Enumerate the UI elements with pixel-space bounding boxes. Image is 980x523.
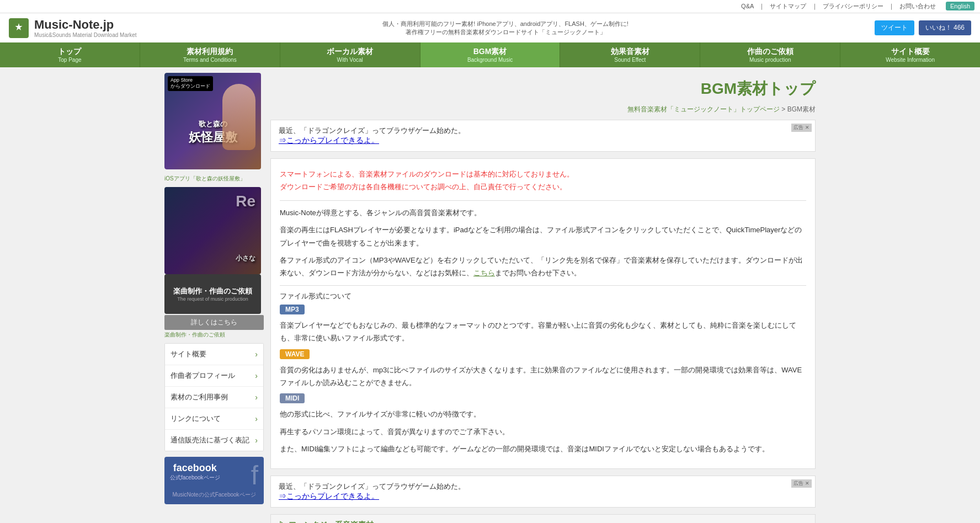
music-prod-banner: 楽曲制作・作曲のご依頼 The request of music product… — [164, 274, 261, 314]
app-banner-image-2: Re 小さな — [164, 187, 261, 274]
wave-description: 音質の劣化はありませんが、mp3に比べファイルのサイズが大きくなります。主に効果… — [280, 364, 806, 389]
music-prod-link[interactable]: 楽曲制作・作曲のご依頼 — [164, 331, 264, 339]
body-p1: Music-Noteが得意とする、各ジャンルの高音質音楽素材です。 — [280, 206, 806, 219]
arrow-icon-4: › — [255, 436, 258, 445]
app-banner-image-1: App Storeからダウンロード 歌と森の 妖怪屋敷 — [164, 73, 261, 169]
arrow-icon-1: › — [255, 371, 258, 380]
appstore-badge: App Storeからダウンロード — [168, 76, 213, 91]
ad-text-2: 最近、「ドラゴンクレイズ」ってブラウザゲーム始めた。 — [279, 482, 807, 492]
nav-compose[interactable]: 作曲のご依頼 Music production — [700, 42, 840, 67]
site-title: Music-Note.jp — [34, 18, 137, 32]
header: Music-Note.jp Music&Sounds Material Down… — [0, 13, 980, 42]
header-tagline: 個人・商用利用可能のフリー素材! iPhoneアプリ、androidアプリ、FL… — [382, 20, 629, 36]
mp3-badge: MP3 — [280, 305, 305, 314]
logo-icon — [9, 18, 29, 38]
midi-description-1: 他の形式に比べ、ファイルサイズが非常に軽いのが特徴です。 — [280, 408, 806, 420]
warning-text: スマートフォンによる、音楽素材ファイルのダウンロードは基本的に対応しておりません… — [280, 168, 806, 194]
facebook-page-link[interactable]: MusicNoteの公式Facebookページ — [170, 491, 258, 499]
ad-link-1[interactable]: ⇒こっからプレイできるよ。 — [279, 136, 807, 146]
details-button[interactable]: 詳しくはこちら — [164, 315, 264, 330]
contact-link[interactable]: お問い合わせ — [899, 3, 936, 9]
site-subtitle: Music&Sounds Material Download Market — [34, 32, 137, 38]
sidebar-item-usage-examples[interactable]: 素材のご利用事例 › — [165, 387, 263, 408]
breadcrumb-home-link[interactable]: 無料音楽素材「ミュージックノート」トップページ — [627, 105, 780, 113]
mp3-description: 音楽プレイヤーなどでもおなじみの、最も標準的なフォーマットのひとつです。容量が軽… — [280, 319, 806, 345]
top-bar: Q&A ｜ サイトマップ ｜ プライバシーポリシー ｜ お問い合わせ Engli… — [0, 0, 980, 13]
arrow-icon-0: › — [255, 350, 258, 359]
midi-badge: MIDI — [280, 393, 305, 403]
sidebar-item-links[interactable]: リンクについて › — [165, 408, 263, 430]
nav-top[interactable]: トップ Top Page — [0, 42, 140, 67]
ad-text-1: 最近、「ドラゴンクレイズ」ってブラウザゲーム始めた。 — [279, 126, 807, 136]
ad-link-2[interactable]: ⇒こっからプレイできるよ。 — [279, 492, 807, 501]
qa-link[interactable]: Q&A — [741, 3, 754, 9]
nav: トップ Top Page 素材利用規約 Terms and Conditions… — [0, 42, 980, 67]
header-buttons: ツイート いいね！ 466 — [875, 20, 971, 35]
midi-description-3: また、MIDI編集ソフトによって編曲なども可能です。ゲームなどの一部の開発環境で… — [280, 442, 806, 455]
facebook-box: facebook 公式facebookページ f MusicNoteの公式Fac… — [164, 457, 264, 504]
main-content: BGM素材トップ 無料音楽素材「ミュージックノート」トップページ > BGM素材… — [270, 73, 816, 523]
ad-box-2: 広告 ✕ 最近、「ドラゴンクレイズ」ってブラウザゲーム始めた。 ⇒こっからプレイ… — [270, 476, 816, 508]
body-p2: 音楽の再生にはFLASHプレイヤーが必要となります。iPadなどをご利用の場合は… — [280, 223, 806, 249]
tweet-button[interactable]: ツイート — [875, 20, 914, 35]
facebook-subtitle: 公式facebookページ — [170, 474, 220, 482]
sidebar-item-commerce-law[interactable]: 通信販売法に基づく表記 › — [165, 430, 263, 451]
nav-vocal[interactable]: ボーカル素材 With Vocal — [280, 42, 420, 67]
page-title: BGM素材トップ — [270, 73, 816, 105]
breadcrumb: 無料音楽素材「ミュージックノート」トップページ > BGM素材 — [270, 105, 816, 114]
wave-badge: WAVE — [280, 349, 310, 359]
facebook-title: facebook — [170, 462, 220, 474]
sidebar-item-site-overview[interactable]: サイト概要 › — [165, 344, 263, 365]
facebook-f-icon: f — [251, 462, 258, 489]
content-box: スマートフォンによる、音楽素材ファイルのダウンロードは基本的に対応しておりません… — [270, 158, 816, 469]
arrow-icon-2: › — [255, 393, 258, 402]
sidebar-item-composer-profile[interactable]: 作曲者プロフィール › — [165, 365, 263, 387]
english-button[interactable]: English — [946, 2, 974, 10]
app-banner-1[interactable]: App Storeからダウンロード 歌と森の 妖怪屋敷 — [164, 73, 264, 169]
midi-description-2: 再生するパソコン環境によって、音質が異なりますのでご了承下さい。 — [280, 425, 806, 438]
nav-terms[interactable]: 素材利用規約 Terms and Conditions — [140, 42, 280, 67]
arrow-icon-3: › — [255, 414, 258, 423]
body-p3: 各ファイル形式のアイコン（MP3やWAVEなど）を右クリックしていただいて、「リ… — [280, 254, 806, 280]
file-format-title: ファイル形式について — [280, 291, 806, 301]
fantasy-section: ファンタジー系音楽素材 — [270, 514, 816, 523]
sitemap-link[interactable]: サイトマップ — [770, 3, 806, 9]
content-area: App Storeからダウンロード 歌と森の 妖怪屋敷 iOSアプリ「歌と森の妖… — [159, 67, 821, 523]
like-button[interactable]: いいね！ 466 — [919, 20, 971, 35]
sidebar: App Storeからダウンロード 歌と森の 妖怪屋敷 iOSアプリ「歌と森の妖… — [164, 73, 264, 523]
sidebar-menu: サイト概要 › 作曲者プロフィール › 素材のご利用事例 › リンクについて ›… — [164, 343, 264, 451]
ios-app-link[interactable]: iOSアプリ「歌と森の妖怪屋敷」 — [164, 175, 264, 183]
nav-about[interactable]: サイト概要 Website Information — [840, 42, 980, 67]
divider-1 — [280, 200, 806, 201]
contact-link-inline[interactable]: こちら — [473, 269, 495, 277]
ad-box-1: 広告 ✕ 最近、「ドラゴンクレイズ」ってブラウザゲーム始めた。 ⇒こっからプレイ… — [270, 120, 816, 152]
nav-sfx[interactable]: 効果音素材 Sound Effect — [560, 42, 700, 67]
privacy-link[interactable]: プライバシーポリシー — [823, 3, 883, 9]
fantasy-section-title: ファンタジー系音楽素材 — [279, 520, 374, 523]
ad-label-2: 広告 ✕ — [791, 479, 812, 488]
breadcrumb-current: BGM素材 — [787, 105, 816, 113]
divider-2 — [280, 285, 806, 286]
ad-label-1: 広告 ✕ — [791, 124, 812, 132]
logo-area: Music-Note.jp Music&Sounds Material Down… — [9, 18, 137, 38]
logo-text: Music-Note.jp Music&Sounds Material Down… — [34, 18, 137, 38]
nav-bgm[interactable]: BGM素材 Background Music — [420, 42, 561, 67]
